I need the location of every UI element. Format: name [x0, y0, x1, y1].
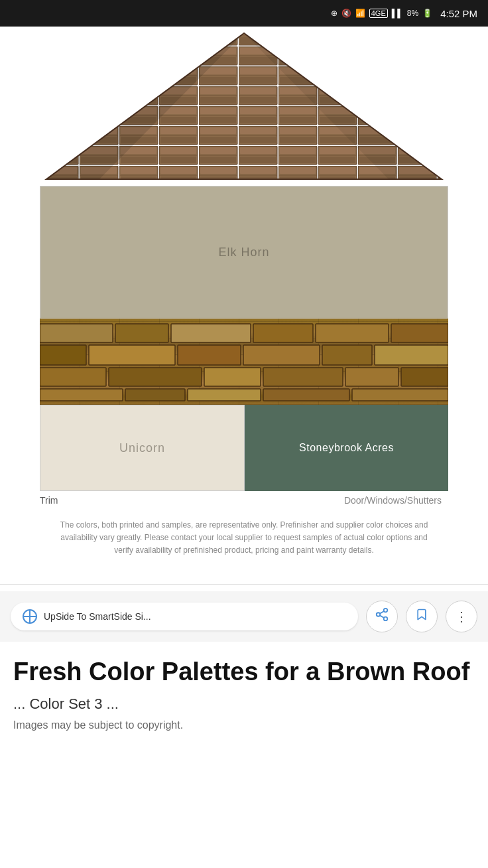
svg-rect-35: [352, 389, 448, 401]
svg-rect-14: [115, 324, 168, 342]
svg-rect-31: [40, 389, 123, 401]
svg-rect-34: [263, 389, 349, 401]
svg-rect-13: [40, 324, 113, 342]
svg-rect-28: [263, 368, 343, 386]
mute-icon: 🔇: [341, 9, 351, 18]
svg-rect-17: [316, 324, 389, 342]
svg-rect-30: [401, 368, 448, 386]
svg-line-40: [380, 611, 384, 614]
svg-rect-16: [253, 324, 313, 342]
article-subtitle: ... Color Set 3 ...: [13, 695, 475, 713]
share-button[interactable]: [366, 601, 398, 632]
bookmark-button[interactable]: [406, 601, 438, 632]
stone-band: [40, 319, 448, 405]
share-icon: [375, 607, 389, 625]
status-bar: ⊕ 🔇 📶 4GE ▌▌ 8% 🔋 4:52 PM: [0, 0, 488, 27]
svg-rect-18: [391, 324, 448, 342]
svg-rect-21: [178, 345, 241, 365]
svg-rect-20: [89, 345, 175, 365]
svg-rect-19: [40, 345, 86, 365]
article-note: Images may be subject to copyright.: [13, 719, 475, 731]
globe-icon: [23, 609, 37, 624]
more-button[interactable]: ⋮: [446, 601, 477, 632]
svg-rect-29: [345, 368, 398, 386]
svg-rect-25: [40, 368, 106, 386]
svg-rect-22: [243, 345, 320, 365]
svg-rect-26: [109, 368, 202, 386]
status-icons: ⊕ 🔇 📶 4GE ▌▌ 8% 🔋 4:52 PM: [331, 8, 477, 19]
content-area: Elk Horn: [0, 27, 488, 742]
svg-rect-15: [171, 324, 251, 342]
elk-horn-label: Elk Horn: [218, 246, 269, 259]
disclaimer-text: The colors, both printed and samples, ar…: [0, 506, 488, 577]
divider: [0, 584, 488, 585]
svg-point-36: [384, 609, 388, 613]
svg-point-38: [384, 617, 388, 621]
battery-icon: 🔋: [422, 9, 432, 18]
elk-horn-swatch: Elk Horn: [40, 186, 448, 319]
svg-rect-24: [375, 345, 448, 365]
browser-bar: UpSide To SmartSide Si... ⋮: [0, 591, 488, 642]
unicorn-swatch: Unicorn: [40, 405, 245, 491]
door-label: Door/Windows/Shutters: [241, 495, 448, 506]
svg-rect-27: [204, 368, 261, 386]
article-title: Fresh Color Palettes for a Brown Roof: [13, 658, 475, 687]
more-dots-icon: ⋮: [455, 610, 469, 623]
roof-svg: [40, 27, 448, 186]
wifi-icon: 📶: [355, 9, 365, 18]
address-bar[interactable]: UpSide To SmartSide Si...: [11, 603, 358, 630]
add-circle-icon: ⊕: [331, 9, 337, 18]
swatch-role-labels: Trim Door/Windows/Shutters: [40, 495, 448, 506]
svg-line-39: [380, 615, 384, 618]
stone-lines-svg: [40, 319, 448, 405]
clock: 4:52 PM: [440, 8, 477, 19]
svg-rect-23: [322, 345, 372, 365]
svg-rect-32: [125, 389, 185, 401]
battery-indicator: 8%: [407, 9, 418, 18]
signal-icon: ▌▌: [392, 9, 403, 18]
trim-label: Trim: [40, 495, 241, 506]
svg-rect-33: [188, 389, 261, 401]
bookmark-icon: [415, 607, 428, 625]
stoneybrook-label: Stoneybrook Acres: [292, 442, 400, 454]
roof-illustration: [40, 27, 448, 186]
svg-point-37: [377, 613, 381, 616]
bottom-swatches-row: Unicorn Stoneybrook Acres: [40, 405, 448, 491]
4g-icon: 4GE: [369, 9, 388, 18]
stoneybrook-swatch: Stoneybrook Acres: [245, 405, 448, 491]
unicorn-label: Unicorn: [119, 441, 165, 455]
address-text: UpSide To SmartSide Si...: [44, 611, 151, 622]
article-section: Fresh Color Palettes for a Brown Roof ..…: [0, 642, 488, 743]
